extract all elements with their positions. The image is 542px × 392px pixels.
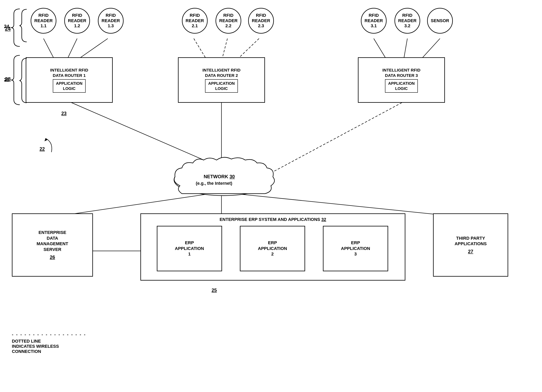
legend-text-2: INDICATES WIRELESS (12, 344, 86, 349)
sensor: SENSOR (427, 8, 453, 34)
enterprise-data-server: ENTERPRISEDATAMANAGEMENTSERVER 26 (12, 213, 93, 277)
diagram: 24 28 RFIDREADER1.1 RFIDREADER1.2 RFIDRE… (0, 0, 542, 392)
network-cloud: NETWORK 30 (e.g., the Internet) (164, 154, 283, 198)
legend-text-3: CONNECTION (12, 349, 86, 354)
router-3: INTELLIGENT RFIDDATA ROUTER 3 APPLICATIO… (358, 57, 445, 103)
rfid-reader-1-3: RFIDREADER1.3 (98, 8, 124, 34)
arrow-22 (36, 134, 59, 158)
erp-app-1: ERPAPPLICATION1 (157, 226, 222, 271)
router-2: INTELLIGENT RFIDDATA ROUTER 2 APPLICATIO… (178, 57, 265, 103)
label-23: 23 (61, 111, 67, 116)
brace-24-svg (19, 8, 29, 43)
rfid-reader-2-2: RFIDREADER2.2 (216, 8, 241, 34)
legend-text-1: DOTTED LINE (12, 339, 86, 344)
rfid-reader-1-1: RFIDREADER1.1 (31, 8, 56, 34)
erp-system-title: ENTERPRISE ERP SYSTEM AND APPLICATIONS 3… (141, 217, 405, 222)
label-25: 25 (211, 287, 217, 293)
label-28-text: 28 (5, 76, 11, 82)
network-label: NETWORK 30 (204, 174, 235, 179)
rfid-reader-2-3: RFIDREADER2.3 (248, 8, 274, 34)
router-3-app-logic: APPLICATIONLOGIC (385, 79, 418, 93)
router-1-app-logic: APPLICATIONLOGIC (53, 79, 86, 93)
rfid-reader-3-1: RFIDREADER3.1 (361, 8, 387, 34)
erp-app-2: ERPAPPLICATION2 (240, 226, 305, 271)
erp-app-3: ERPAPPLICATION3 (323, 226, 388, 271)
brace-28-svg (19, 57, 29, 104)
third-party-applications: THIRD PARTYAPPLICATIONS 27 (433, 213, 508, 277)
router-2-app-logic: APPLICATIONLOGIC (205, 79, 238, 93)
svg-line-11 (273, 101, 405, 172)
router-1: INTELLIGENT RFIDDATA ROUTER 1 APPLICATIO… (26, 57, 113, 103)
network-sublabel: (e.g., the Internet) (196, 181, 232, 186)
rfid-reader-1-2: RFIDREADER1.2 (64, 8, 90, 34)
legend: - - - - - - - - - - - - - - - - - - DOTT… (12, 332, 86, 354)
erp-system: ENTERPRISE ERP SYSTEM AND APPLICATIONS 3… (140, 213, 405, 281)
svg-marker-16 (44, 138, 48, 141)
rfid-reader-2-1: RFIDREADER2.1 (182, 8, 208, 34)
label-24-text: 24 (5, 26, 11, 32)
rfid-reader-3-2: RFIDREADER3.2 (395, 8, 420, 34)
